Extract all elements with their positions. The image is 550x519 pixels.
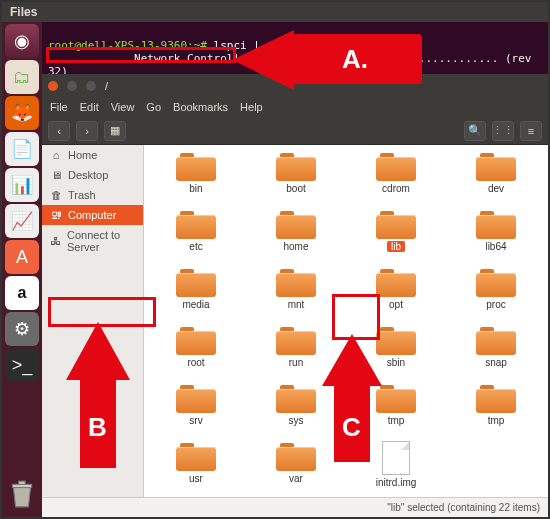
folder-icon xyxy=(376,267,416,297)
folder-icon xyxy=(476,383,516,413)
folder-icon xyxy=(276,151,316,181)
home-icon: ⌂ xyxy=(50,149,62,161)
folder-icon xyxy=(376,209,416,239)
folder-item[interactable]: cdrom xyxy=(348,151,444,207)
folder-label: cdrom xyxy=(382,183,410,194)
menu-help[interactable]: Help xyxy=(240,101,263,113)
folder-label: initrd.img xyxy=(376,477,417,488)
folder-item[interactable]: lib64 xyxy=(448,209,544,265)
search-button[interactable]: 🔍 xyxy=(464,121,486,141)
path-button[interactable]: ▦ xyxy=(104,121,126,141)
trash-icon xyxy=(9,479,35,509)
folder-label: opt xyxy=(389,299,403,310)
sidebar-item-label: Desktop xyxy=(68,169,108,181)
trash-icon: 🗑 xyxy=(50,189,62,201)
folder-item[interactable]: tmp xyxy=(348,383,444,439)
nautilus-toolbar: ‹ › ▦ 🔍 ⋮⋮ ≡ xyxy=(42,117,548,145)
list-item[interactable]: initrd.img xyxy=(348,441,444,497)
sidebar-item-label: Home xyxy=(68,149,97,161)
nautilus-titlebar[interactable]: / xyxy=(42,75,548,97)
close-icon[interactable] xyxy=(48,81,58,91)
folder-label: dev xyxy=(488,183,504,194)
nautilus-title: / xyxy=(105,80,108,92)
svg-rect-1 xyxy=(19,481,25,484)
folder-icon xyxy=(476,209,516,239)
terminal-pane[interactable]: root@dell-XPS-13-9360:~# lspci | grep -i… xyxy=(42,22,548,74)
icon-view-button[interactable]: ⋮⋮ xyxy=(492,121,514,141)
sidebar-item-trash[interactable]: 🗑 Trash xyxy=(42,185,143,205)
folder-label: srv xyxy=(189,415,202,426)
sidebar-item-connect[interactable]: 🖧 Connect to Server xyxy=(42,225,143,257)
sidebar-item-desktop[interactable]: 🖥 Desktop xyxy=(42,165,143,185)
folder-icon xyxy=(276,325,316,355)
folder-label: bin xyxy=(189,183,202,194)
folder-icon xyxy=(476,325,516,355)
folder-label: media xyxy=(182,299,209,310)
folder-icon xyxy=(376,383,416,413)
list-item[interactable]: usr xyxy=(148,441,244,497)
back-button[interactable]: ‹ xyxy=(48,121,70,141)
folder-item[interactable]: sbin xyxy=(348,325,444,381)
menu-bookmarks[interactable]: Bookmarks xyxy=(173,101,228,113)
folder-item[interactable]: boot xyxy=(248,151,344,207)
folder-label: var xyxy=(289,473,303,484)
folder-label: sbin xyxy=(387,357,405,368)
list-item[interactable]: var xyxy=(248,441,344,497)
folder-item[interactable]: home xyxy=(248,209,344,265)
window-titlebar: Files xyxy=(2,2,548,22)
folder-item[interactable]: sys xyxy=(248,383,344,439)
folder-label: run xyxy=(289,357,303,368)
launcher-firefox[interactable]: 🦊 xyxy=(5,96,39,130)
list-view-button[interactable]: ≡ xyxy=(520,121,542,141)
status-text: "lib" selected (containing 22 items) xyxy=(387,502,540,513)
launcher-software[interactable]: A xyxy=(5,240,39,274)
folder-icon xyxy=(176,383,216,413)
folder-item[interactable]: run xyxy=(248,325,344,381)
folder-item[interactable]: lib xyxy=(348,209,444,265)
sidebar-item-label: Computer xyxy=(68,209,116,221)
folder-icon xyxy=(276,267,316,297)
launcher-impress[interactable]: 📈 xyxy=(5,204,39,238)
folder-label: home xyxy=(283,241,308,252)
launcher-dash[interactable]: ◉ xyxy=(5,24,39,58)
folder-item[interactable]: root xyxy=(148,325,244,381)
folder-view[interactable]: binbootcdromdevetchomeliblib64mediamntop… xyxy=(144,145,548,497)
folder-item[interactable]: srv xyxy=(148,383,244,439)
menu-file[interactable]: File xyxy=(50,101,68,113)
folder-item[interactable]: etc xyxy=(148,209,244,265)
folder-label: boot xyxy=(286,183,305,194)
sidebar-item-home[interactable]: ⌂ Home xyxy=(42,145,143,165)
launcher-calc[interactable]: 📊 xyxy=(5,168,39,202)
launcher-settings[interactable]: ⚙ xyxy=(5,312,39,346)
folder-item[interactable]: media xyxy=(148,267,244,323)
folder-icon xyxy=(276,441,316,471)
folder-item[interactable]: mnt xyxy=(248,267,344,323)
file-icon xyxy=(382,441,410,475)
launcher-amazon[interactable]: a xyxy=(5,276,39,310)
menu-view[interactable]: View xyxy=(111,101,135,113)
menu-go[interactable]: Go xyxy=(146,101,161,113)
folder-item[interactable]: snap xyxy=(448,325,544,381)
folder-label: tmp xyxy=(388,415,405,426)
forward-button[interactable]: › xyxy=(76,121,98,141)
launcher-terminal[interactable]: >_ xyxy=(5,348,39,382)
launcher-files[interactable]: 🗂 xyxy=(5,60,39,94)
status-bar: "lib" selected (containing 22 items) xyxy=(42,497,548,517)
unity-launcher: ◉ 🗂 🦊 📄 📊 📈 A a ⚙ >_ xyxy=(2,22,42,517)
launcher-trash[interactable] xyxy=(5,477,39,511)
maximize-icon[interactable] xyxy=(86,81,96,91)
folder-item[interactable]: dev xyxy=(448,151,544,207)
launcher-writer[interactable]: 📄 xyxy=(5,132,39,166)
folder-item[interactable]: bin xyxy=(148,151,244,207)
sidebar-item-computer[interactable]: 🖳 Computer xyxy=(42,205,143,225)
folder-item[interactable]: proc xyxy=(448,267,544,323)
folder-item[interactable]: tmp xyxy=(448,383,544,439)
folder-icon xyxy=(376,151,416,181)
folder-icon xyxy=(176,209,216,239)
minimize-icon[interactable] xyxy=(67,81,77,91)
folder-item[interactable]: opt xyxy=(348,267,444,323)
nautilus-menubar: File Edit View Go Bookmarks Help xyxy=(42,97,548,117)
window-title: Files xyxy=(10,5,37,19)
folder-label: lib xyxy=(387,241,405,252)
menu-edit[interactable]: Edit xyxy=(80,101,99,113)
